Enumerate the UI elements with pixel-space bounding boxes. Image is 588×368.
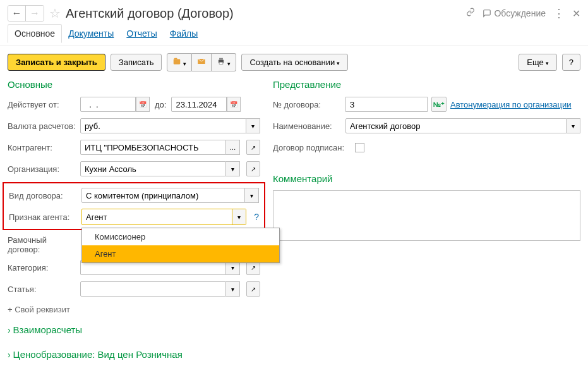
select-icon[interactable]: …: [226, 140, 240, 155]
calendar-icon[interactable]: 📅: [136, 97, 150, 112]
name-row: Наименование: ▾: [273, 118, 580, 134]
attach-button[interactable]: [167, 53, 192, 71]
open-icon[interactable]: ↗: [246, 161, 260, 176]
form-area: Основные Действует от: 📅 до: 📅 Валюта ра…: [0, 79, 588, 366]
comment-textarea[interactable]: [273, 190, 580, 241]
dropdown-icon[interactable]: ▾: [232, 209, 246, 224]
dropdown-icon[interactable]: ▾: [246, 118, 260, 133]
link-icon[interactable]: [466, 8, 475, 19]
counterparty-row: Контрагент: … ↗: [8, 139, 260, 156]
dropdown-option-agent[interactable]: Агент: [82, 245, 279, 262]
dropdown-icon[interactable]: ▾: [567, 118, 580, 133]
toolbar: Записать и закрыть Записать Создать на о…: [0, 45, 588, 79]
counterparty-label: Контрагент:: [8, 143, 80, 152]
valid-from-label: Действует от:: [8, 100, 80, 109]
signed-row: Договор подписан:: [273, 139, 580, 156]
agent-sign-row: Признак агента: ▾ ?: [9, 209, 259, 225]
valid-to-label: до:: [155, 100, 166, 109]
agent-sign-label: Признак агента:: [9, 212, 81, 222]
back-button[interactable]: ←: [8, 6, 26, 21]
right-column: Представление № договора: №⁺ Автонумерац…: [273, 79, 580, 366]
page-title: Агентский договор (Договор): [66, 6, 466, 21]
organization-input[interactable]: [80, 161, 226, 176]
nav-buttons: ← →: [8, 5, 44, 21]
svg-rect-3: [219, 58, 223, 60]
dropdown-icon[interactable]: ▾: [226, 161, 240, 176]
frame-contract-label: Рамочный договор:: [8, 235, 80, 254]
calendar-icon[interactable]: 📅: [227, 97, 241, 112]
forward-button[interactable]: →: [26, 6, 44, 21]
valid-from-input[interactable]: [80, 97, 136, 112]
open-icon[interactable]: ↗: [246, 140, 260, 155]
discuss-link[interactable]: Обсуждение: [483, 8, 546, 18]
agent-sign-input[interactable]: [82, 209, 232, 224]
signed-checkbox[interactable]: [355, 143, 364, 152]
discuss-label: Обсуждение: [494, 8, 546, 18]
contract-type-row: Вид договора: ▾: [9, 187, 259, 204]
signed-label: Договор подписан:: [273, 143, 355, 152]
tab-files[interactable]: Файлы: [164, 25, 204, 42]
section-comment-title: Комментарий: [273, 173, 580, 184]
svg-rect-4: [219, 62, 223, 64]
currency-input[interactable]: [80, 118, 246, 133]
name-input[interactable]: [345, 118, 567, 133]
autonumber-button[interactable]: №⁺: [431, 97, 447, 112]
mail-button[interactable]: [192, 53, 212, 71]
more-button[interactable]: Еще: [519, 54, 556, 71]
own-requisite-link[interactable]: + Свой реквизит: [8, 302, 260, 317]
section-pricing[interactable]: Ценообразование: Вид цен Розничная: [8, 349, 260, 360]
name-label: Наименование:: [273, 121, 345, 131]
favorite-icon[interactable]: ☆: [49, 6, 61, 21]
contract-type-input[interactable]: [81, 188, 245, 203]
currency-label: Валюта расчетов:: [8, 121, 80, 131]
contract-no-row: № договора: №⁺ Автонумерация по организа…: [273, 96, 580, 113]
agent-dropdown-list: Комиссионер Агент: [81, 228, 280, 263]
article-label: Статья:: [8, 285, 80, 294]
dropdown-icon[interactable]: ▾: [245, 188, 259, 203]
save-button[interactable]: Записать: [111, 54, 162, 71]
close-icon[interactable]: ✕: [572, 8, 580, 20]
open-icon[interactable]: ↗: [246, 281, 260, 297]
kebab-menu-icon[interactable]: ⋮: [553, 6, 565, 20]
tab-documents[interactable]: Документы: [62, 25, 120, 42]
organization-row: Организация: ▾ ↗: [8, 161, 260, 177]
valid-from-row: Действует от: 📅 до: 📅: [8, 96, 260, 113]
svg-rect-0: [174, 59, 181, 64]
tab-main[interactable]: Основное: [8, 24, 62, 43]
highlighted-section: Вид договора: ▾ Признак агента: ▾ ?: [3, 182, 265, 230]
section-main-title: Основные: [8, 79, 260, 90]
contract-no-input[interactable]: [345, 97, 428, 112]
tabs: Основное Документы Отчеты Файлы: [0, 24, 588, 42]
create-based-button[interactable]: Создать на основании: [241, 54, 348, 71]
header: ← → ☆ Агентский договор (Договор) Обсужд…: [0, 0, 588, 24]
help-button[interactable]: ?: [562, 54, 580, 71]
article-input[interactable]: [80, 281, 226, 297]
left-column: Основные Действует от: 📅 до: 📅 Валюта ра…: [8, 79, 260, 366]
save-close-button[interactable]: Записать и закрыть: [8, 54, 105, 71]
attach-group: [167, 53, 236, 71]
article-row: Статья: ▾ ↗: [8, 281, 260, 297]
contract-no-label: № договора:: [273, 100, 345, 109]
section-presentation-title: Представление: [273, 79, 580, 90]
organization-label: Организация:: [8, 164, 80, 174]
currency-row: Валюта расчетов: ▾: [8, 118, 260, 134]
print-button[interactable]: [212, 53, 236, 71]
valid-to-input[interactable]: [171, 97, 227, 112]
contract-type-label: Вид договора:: [9, 191, 81, 200]
category-label: Категория:: [8, 263, 80, 273]
section-settlements[interactable]: Взаиморасчеты: [8, 324, 260, 335]
autonumber-link[interactable]: Автонумерация по организации: [450, 100, 571, 109]
dropdown-icon[interactable]: ▾: [226, 281, 240, 297]
dropdown-option-commissioner[interactable]: Комиссионер: [82, 228, 279, 245]
help-icon[interactable]: ?: [254, 212, 259, 222]
tab-reports[interactable]: Отчеты: [120, 25, 163, 42]
counterparty-input[interactable]: [80, 140, 226, 155]
